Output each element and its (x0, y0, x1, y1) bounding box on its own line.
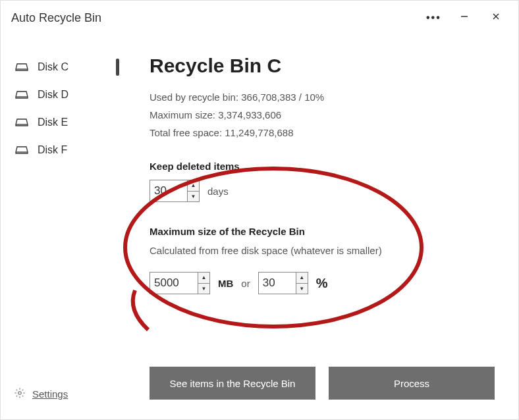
stat-max-value: 3,374,933,606 (218, 109, 281, 120)
title-controls: ••• (426, 12, 503, 24)
settings-label: Settings (32, 388, 68, 400)
sidebar-item-disk-f[interactable]: Disk F (1, 136, 126, 164)
disk-list: Disk C Disk D Disk E (1, 53, 126, 387)
max-pct-input[interactable] (259, 273, 296, 294)
app-title: Auto Recycle Bin (11, 11, 426, 25)
sidebar: Disk C Disk D Disk E (1, 35, 126, 419)
settings-link[interactable]: Settings (1, 387, 126, 419)
gear-icon (14, 387, 26, 401)
max-mb-input[interactable] (150, 273, 198, 294)
keep-days-unit: days (207, 186, 229, 197)
spin-up-icon[interactable]: ▲ (296, 273, 308, 283)
sidebar-item-disk-d[interactable]: Disk D (1, 81, 126, 109)
spin-down-icon[interactable]: ▼ (198, 283, 209, 294)
disk-icon (15, 145, 28, 155)
disk-icon (15, 118, 28, 127)
keep-days-spinbox[interactable]: ▲ ▼ (150, 180, 200, 202)
sidebar-item-disk-e[interactable]: Disk E (1, 109, 126, 136)
stat-free: Total free space: 11,249,778,688 (150, 127, 495, 138)
maxsize-subtext: Calculated from free disk space (whateve… (150, 245, 495, 256)
stat-used-value: 366,708,383 / 10% (241, 92, 324, 103)
spin-down-icon[interactable]: ▼ (188, 191, 199, 202)
keep-days-row: ▲ ▼ days (150, 180, 495, 202)
max-pct-spinbox[interactable]: ▲ ▼ (258, 272, 308, 294)
see-items-button[interactable]: See items in the Recycle Bin (150, 367, 315, 400)
stat-used-label: Used by recycle bin: (150, 92, 238, 103)
maxsize-section-label: Maximum size of the Recycle Bin (150, 226, 495, 237)
spin-up-icon[interactable]: ▲ (188, 180, 199, 191)
max-pct-unit: % (316, 276, 328, 291)
more-icon[interactable]: ••• (426, 12, 439, 24)
stat-used: Used by recycle bin: 366,708,383 / 10% (150, 92, 495, 103)
disk-icon (15, 90, 28, 99)
close-button[interactable] (489, 12, 503, 24)
sidebar-item-label: Disk F (38, 144, 67, 156)
minimize-button[interactable] (458, 12, 471, 24)
body: Disk C Disk D Disk E (1, 35, 518, 419)
spin-up-icon[interactable]: ▲ (198, 273, 209, 283)
max-mb-spinbox[interactable]: ▲ ▼ (150, 272, 210, 294)
svg-point-7 (18, 392, 22, 395)
bottom-buttons: See items in the Recycle Bin Process (150, 367, 495, 406)
app-window: Auto Recycle Bin ••• Disk C (0, 0, 519, 420)
sidebar-item-disk-c[interactable]: Disk C (1, 53, 126, 81)
max-mb-unit: MB (218, 278, 233, 289)
keep-section-label: Keep deleted items (150, 161, 495, 172)
maxsize-row: ▲ ▼ MB or ▲ ▼ % (150, 272, 495, 294)
stat-max-label: Maximum size: (150, 109, 215, 120)
sidebar-item-label: Disk C (38, 61, 68, 73)
stat-free-label: Total free space: (150, 127, 222, 138)
stat-max: Maximum size: 3,374,933,606 (150, 109, 495, 120)
stat-free-value: 11,249,778,688 (225, 127, 293, 138)
page-title: Recycle Bin C (150, 55, 495, 77)
keep-days-input[interactable] (150, 180, 187, 201)
disk-icon (15, 63, 28, 72)
main-panel: Recycle Bin C Used by recycle bin: 366,7… (126, 35, 518, 419)
process-button[interactable]: Process (329, 367, 495, 400)
titlebar: Auto Recycle Bin ••• (1, 1, 518, 35)
sidebar-item-label: Disk E (38, 117, 68, 128)
sidebar-item-label: Disk D (38, 89, 68, 101)
spin-down-icon[interactable]: ▼ (296, 283, 308, 294)
or-label: or (241, 278, 250, 289)
